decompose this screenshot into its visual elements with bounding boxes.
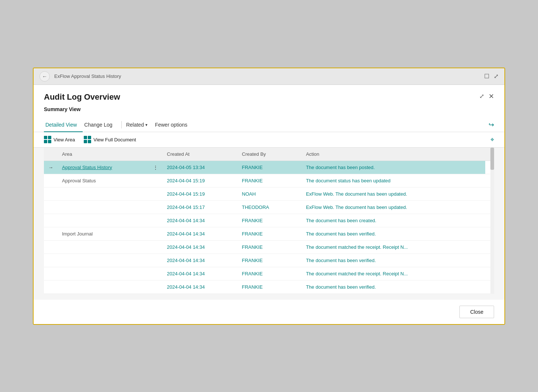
table-row[interactable]: 2024-04-04 14:34FRANKIEThe document has … xyxy=(44,280,494,293)
action-cell: ExFlow Web. The document has been update… xyxy=(301,187,485,200)
dots-menu-cell xyxy=(149,174,162,187)
view-full-document-label: View Full Document xyxy=(93,137,136,142)
area-cell xyxy=(58,200,149,214)
created-by-cell: NOAH xyxy=(238,187,302,200)
arrow-cell xyxy=(44,254,58,267)
created-by-cell: FRANKIE xyxy=(238,267,302,280)
created-at-cell: 2024-04-05 13:34 xyxy=(162,161,237,174)
modal-header-icons: ⤢ ✕ xyxy=(479,92,494,100)
tab-change-log[interactable]: Change Log xyxy=(83,118,118,131)
chevron-down-icon: ▾ xyxy=(145,123,148,127)
created-at-cell: 2024-04-04 14:34 xyxy=(162,227,237,240)
dots-menu-cell xyxy=(149,214,162,227)
area-link[interactable]: Approval Status History xyxy=(62,165,112,170)
tabs-bar: Detailed View Change Log Related ▾ Fewer… xyxy=(34,118,504,132)
table-container: Area Created At Created By Action →Appro… xyxy=(44,148,494,294)
created-at-cell: 2024-04-04 14:34 xyxy=(162,267,237,280)
view-full-document-button[interactable]: View Full Document xyxy=(84,136,136,143)
arrow-cell xyxy=(44,267,58,280)
area-cell xyxy=(58,280,149,293)
table-row[interactable]: →Approval Status History⋮2024-04-05 13:3… xyxy=(44,161,494,174)
table-body: →Approval Status History⋮2024-04-05 13:3… xyxy=(44,161,494,293)
col-header-area: Area xyxy=(58,148,149,161)
close-button[interactable]: Close xyxy=(459,306,494,318)
scrollbar-track[interactable] xyxy=(490,148,494,294)
created-at-cell: 2024-04-04 15:19 xyxy=(162,174,237,187)
table-row[interactable]: 2024-04-04 14:34FRANKIEThe document has … xyxy=(44,214,494,227)
view-full-doc-icon xyxy=(84,136,91,143)
view-area-label: View Area xyxy=(54,137,75,142)
created-by-cell: FRANKIE xyxy=(238,240,302,254)
pin-icon[interactable]: ⌖ xyxy=(490,136,494,143)
top-bar-title: ExFlow Approval Status History xyxy=(54,73,121,79)
table-row[interactable]: 2024-04-04 14:34FRANKIEThe document has … xyxy=(44,254,494,267)
related-label: Related xyxy=(126,122,144,128)
outer-wrapper: ← ExFlow Approval Status History ☐ ⤢ Aud… xyxy=(33,68,505,325)
scrollbar-thumb[interactable] xyxy=(490,148,494,170)
tab-detailed-view[interactable]: Detailed View xyxy=(44,118,83,132)
arrow-cell xyxy=(44,240,58,254)
area-cell xyxy=(58,254,149,267)
created-at-cell: 2024-04-04 15:19 xyxy=(162,187,237,200)
modal: Audit Log Overview ⤢ ✕ Summary View Deta… xyxy=(34,85,504,324)
action-cell: The document has been posted. xyxy=(301,161,485,174)
arrow-cell xyxy=(44,227,58,240)
table-header: Area Created At Created By Action xyxy=(44,148,494,161)
col-header-arrow xyxy=(44,148,58,161)
area-cell xyxy=(58,187,149,200)
dots-menu-cell[interactable]: ⋮ xyxy=(149,161,162,174)
expand-icon[interactable]: ⤢ xyxy=(494,73,499,80)
action-cell: The document has been verified. xyxy=(301,280,485,293)
area-cell: Import Journal xyxy=(58,227,149,240)
collapse-icon[interactable]: ⤢ xyxy=(479,93,484,100)
table-row[interactable]: Import Journal2024-04-04 14:34FRANKIEThe… xyxy=(44,227,494,240)
share-icon[interactable]: ↪ xyxy=(489,121,494,128)
modal-footer: Close xyxy=(34,300,504,324)
dots-menu-cell xyxy=(149,227,162,240)
top-bar-icons: ☐ ⤢ xyxy=(484,73,499,80)
created-by-cell: THEODORA xyxy=(238,200,302,214)
action-cell: The document status has been updated xyxy=(301,174,485,187)
area-cell xyxy=(58,240,149,254)
col-header-created-by: Created By xyxy=(238,148,302,161)
top-bar: ← ExFlow Approval Status History ☐ ⤢ xyxy=(34,68,504,85)
arrow-cell xyxy=(44,187,58,200)
modal-title: Audit Log Overview xyxy=(44,92,120,102)
created-by-cell: FRANKIE xyxy=(238,161,302,174)
created-by-cell: FRANKIE xyxy=(238,254,302,267)
dots-menu-cell xyxy=(149,280,162,293)
dots-menu-cell xyxy=(149,267,162,280)
tab-separator xyxy=(121,121,122,128)
arrow-cell xyxy=(44,174,58,187)
col-header-dots xyxy=(149,148,162,161)
action-cell: The document matched the receipt. Receip… xyxy=(301,267,485,280)
area-cell: Approval Status xyxy=(58,174,149,187)
table-row[interactable]: 2024-04-04 15:17THEODORAExFlow Web. The … xyxy=(44,200,494,214)
created-by-cell: FRANKIE xyxy=(238,174,302,187)
dots-menu-cell xyxy=(149,187,162,200)
dots-menu-cell xyxy=(149,254,162,267)
action-cell: The document has been verified. xyxy=(301,254,485,267)
arrow-cell xyxy=(44,214,58,227)
bookmark-icon[interactable]: ☐ xyxy=(484,73,489,80)
created-at-cell: 2024-04-04 14:34 xyxy=(162,240,237,254)
table-row[interactable]: 2024-04-04 14:34FRANKIEThe document matc… xyxy=(44,267,494,280)
fewer-options-btn[interactable]: Fewer options xyxy=(154,118,189,131)
view-area-button[interactable]: View Area xyxy=(44,136,75,143)
created-by-cell: FRANKIE xyxy=(238,227,302,240)
close-icon[interactable]: ✕ xyxy=(489,92,494,100)
col-header-created-at: Created At xyxy=(162,148,237,161)
toolbar: View Area View Full Document ⌖ xyxy=(34,132,504,148)
created-at-cell: 2024-04-04 14:34 xyxy=(162,214,237,227)
tab-related[interactable]: Related ▾ xyxy=(125,118,154,131)
view-area-icon xyxy=(44,136,51,143)
table-row[interactable]: 2024-04-04 15:19NOAHExFlow Web. The docu… xyxy=(44,187,494,200)
area-cell[interactable]: Approval Status History xyxy=(58,161,149,174)
table-row[interactable]: 2024-04-04 14:34FRANKIEThe document matc… xyxy=(44,240,494,254)
back-button[interactable]: ← xyxy=(39,71,50,82)
table-row[interactable]: Approval Status2024-04-04 15:19FRANKIETh… xyxy=(44,174,494,187)
action-cell: The document has been verified. xyxy=(301,227,485,240)
area-cell xyxy=(58,214,149,227)
modal-header: Audit Log Overview ⤢ ✕ xyxy=(34,85,504,106)
col-header-action: Action xyxy=(301,148,485,161)
